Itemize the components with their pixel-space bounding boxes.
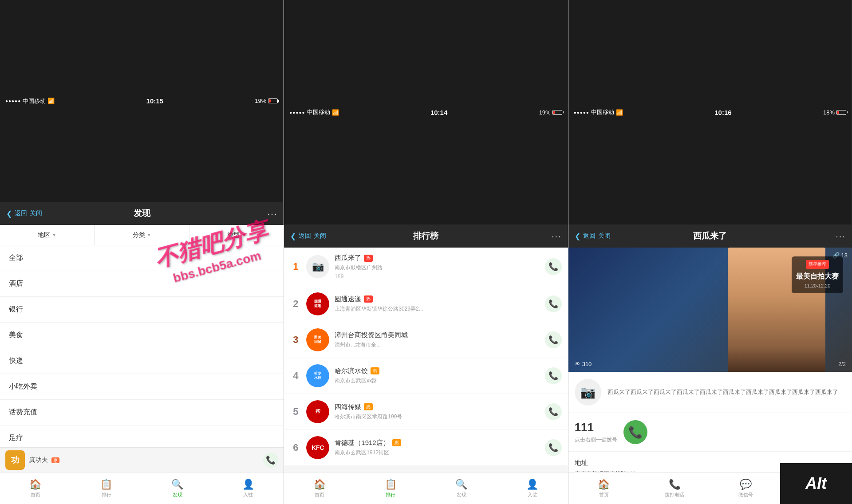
signal-icon-3: ●●●●● [574,110,589,115]
battery-icon-1 [268,98,278,103]
rank-info-2: 圆通速递 热 上海青浦区华新镇华徐公路3029弄2... [335,295,539,313]
xigua-description: 西瓜来了西瓜来了西瓜来了西瓜来了西瓜来了西瓜来了西瓜来了西瓜来了西瓜来了西瓜来了 [607,388,846,397]
join-icon-1: 👤 [242,479,254,490]
page-title-1: 发现 [134,208,150,219]
tab-call-label-3: 拨打电话 [665,492,684,498]
battery-percent-1: 19% [255,98,266,104]
banner-promo: 新星推荐 最美自拍大赛 11.20-12.20 [792,256,843,293]
category-item-5[interactable]: 小吃外卖 [0,374,284,400]
close-label-1[interactable]: 关闭 [30,209,42,217]
battery-icon-3 [836,110,846,115]
category-item-6[interactable]: 话费充值 [0,400,284,425]
rank-item-3[interactable]: 3 甬美同城 漳州台商投资区甬美同城 漳州市...龙海市全... 📞 [284,322,568,358]
wifi-icon-3: 📶 [616,109,623,116]
call-icon-3: 📞 [669,479,681,490]
time-3: 10:16 [714,109,731,116]
sticky-item[interactable]: 功 真功夫 惠 📞 [0,447,284,472]
nav-back-1[interactable]: ❮ 返回 关闭 [6,209,42,218]
close-label-3[interactable]: 关闭 [598,232,611,240]
category-item-4[interactable]: 快递 [0,348,284,374]
tab-home-3[interactable]: 🏠 首页 [568,479,639,498]
category-item-0[interactable]: 全部 [0,245,284,271]
call-btn-sticky[interactable]: 📞 [263,453,278,468]
tab-home-2[interactable]: 🏠 首页 [284,479,355,498]
back-chevron-2: ❮ [290,232,296,240]
category-item-2[interactable]: 银行 [0,297,284,323]
nav-back-2[interactable]: ❮ 返回 关闭 [290,232,326,240]
xigua-banner: 🔗 13 新星推荐 最美自拍大赛 11.20-12.20 👁 310 2/2 [568,248,852,372]
tab-join-1[interactable]: 👤 入驻 [213,479,284,498]
more-btn-1[interactable]: ··· [268,209,278,219]
tab-rank-2[interactable]: 📋 排行 [355,479,426,498]
back-label-1[interactable]: 返回 [15,209,27,217]
call-btn-4[interactable]: 📞 [545,367,562,384]
tab-home-label-2: 首页 [315,492,324,498]
rank-item-5[interactable]: 5 帮 四海传媒 惠 哈尔滨市南岗区学府路199号 📞 [284,394,568,429]
rank-addr-2: 上海青浦区华新镇华徐公路3029弄2... [335,305,539,313]
rank-item-6[interactable]: 6 KFC 肯德基（1912店） 惠 南京市玄武区1912街区... 📞 [284,430,568,465]
phone-hint: 点击右侧一键拨号 [575,436,617,444]
rank-item-2[interactable]: 2 圆通速递 圆通速递 热 上海青浦区华新镇华徐公路3029弄2... 📞 [284,286,568,322]
phone-number: 111 [575,421,617,434]
tab-call-3[interactable]: 📞 拨打电话 [639,479,710,498]
rank-badge-6: 惠 [392,439,401,446]
phone-icon-3: 📞 [548,335,558,345]
tab-discover-2[interactable]: 🔍 发现 [426,479,497,498]
tab-discover-1[interactable]: 🔍 发现 [142,479,213,498]
back-label-2[interactable]: 返回 [299,232,311,240]
nav-back-3[interactable]: ❮ 返回 关闭 [575,232,611,240]
banner-views: 👁 310 [575,361,592,367]
call-btn-6[interactable]: 📞 [545,439,562,456]
call-btn-5[interactable]: 📞 [545,403,562,420]
rank-item-4[interactable]: 4 哈尔水饺 哈尔滨水饺 惠 南京市玄武区xx路 📞 [284,358,568,394]
nav-bar-2: ❮ 返回 关闭 排行榜 ··· [284,224,568,248]
category-item-1[interactable]: 酒店 [0,271,284,297]
status-bar-3: ●●●●● 中国移动 📶 10:16 18% [568,0,852,224]
call-btn-2[interactable]: 📞 [545,295,562,312]
tab-rank-1[interactable]: 📋 排行 [71,479,142,498]
rank-badge-1: 热 [364,255,373,262]
filter-region[interactable]: 地区 ▼ [0,225,95,245]
rank-icon-1: 📋 [100,479,112,490]
page-title-3: 西瓜来了 [693,230,727,242]
rank-name-2: 圆通速递 [335,295,361,303]
call-btn-1[interactable]: 📞 [545,258,562,275]
time-2: 10:14 [430,109,447,116]
more-btn-2[interactable]: ··· [552,231,562,241]
rank-views-1: 189 [335,273,539,280]
back-label-3[interactable]: 返回 [583,232,596,240]
rank-name-1: 西瓜来了 [335,254,361,262]
tab-home-1[interactable]: 🏠 首页 [0,479,71,498]
phone-icon-2: 📞 [548,299,558,309]
filter-category[interactable]: 分类 ▼ [95,225,189,245]
banner-page: 2/2 [838,361,846,367]
more-btn-3[interactable]: ··· [836,231,846,241]
close-label-2[interactable]: 关闭 [314,232,326,240]
category-item-3[interactable]: 美食 [0,323,284,348]
promo-title: 最美自拍大赛 [796,271,839,282]
phone-icon-sticky: 📞 [266,455,276,465]
phone-icon-5: 📞 [548,407,558,417]
filter-type[interactable]: 类型 ▼ [189,225,284,245]
tab-join-2[interactable]: 👤 入驻 [497,479,568,498]
back-chevron-3: ❮ [575,232,580,240]
home-icon-3: 🏠 [598,479,610,490]
tab-wechat-3[interactable]: 💬 微信号 [710,479,781,498]
phone-icon-4: 📞 [548,371,558,381]
rank-badge-4: 惠 [371,367,379,374]
chevron-type: ▼ [241,232,246,237]
carrier-2: 中国移动 [307,108,330,116]
call-btn-3[interactable]: 📞 [545,331,562,348]
views-count: 310 [582,361,592,367]
rank-logo-3: 甬美同城 [306,328,329,351]
category-item-7[interactable]: 足疗 [0,425,284,447]
rank-logo-1: 📷 [306,255,329,278]
rank-name-6: 肯德基（1912店） [335,439,389,447]
call-btn-big[interactable]: 📞 [623,420,647,444]
rank-info-4: 哈尔滨水饺 惠 南京市玄武区xx路 [335,367,539,385]
rank-info-6: 肯德基（1912店） 惠 南京市玄武区1912街区... [335,439,539,457]
rank-addr-5: 哈尔滨市南岗区学府路199号 [335,413,539,421]
rank-item-1[interactable]: 1 📷 西瓜来了 热 南京市鼓楼区广州路 189 📞 [284,248,568,286]
chevron-category: ▼ [147,232,151,237]
tab-discover-label-1: 发现 [173,492,182,498]
